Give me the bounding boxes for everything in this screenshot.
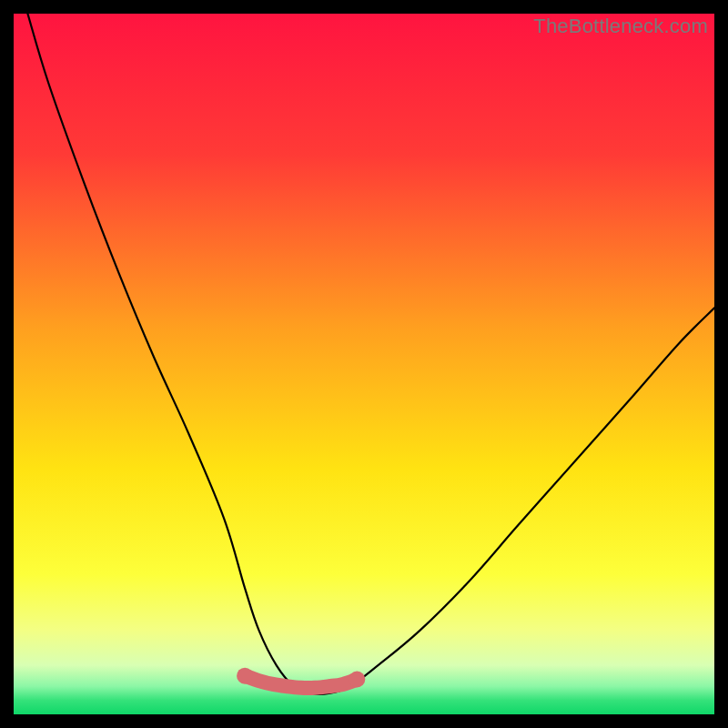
svg-point-1 — [237, 668, 253, 684]
bottleneck-curve — [14, 14, 714, 714]
watermark-text: TheBottleneck.com — [533, 15, 708, 38]
plot-area — [14, 14, 714, 714]
chart-frame: TheBottleneck.com — [0, 0, 728, 728]
svg-point-2 — [349, 672, 365, 688]
